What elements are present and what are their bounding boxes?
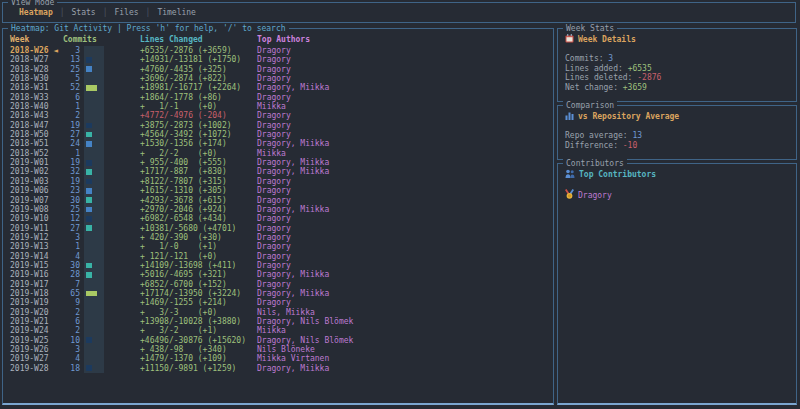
authors-cell: Dragory bbox=[257, 224, 291, 233]
heat-strip-cell bbox=[84, 65, 104, 74]
lines-changed-cell: +1479/-1370 (+109) bbox=[140, 354, 227, 363]
lines-changed-cell: +5016/-4695 (+321) bbox=[140, 270, 227, 279]
table-row[interactable]: 2019-W1012+6982/-6548 (+434)Dragory bbox=[3, 214, 553, 223]
table-row[interactable]: 2019-W131+ 1/-0 (+1)Dragory bbox=[3, 242, 553, 251]
table-row[interactable]: 2018-W2825+4760/-4435 (+325)Dragory bbox=[3, 65, 553, 74]
table-row[interactable]: 2019-W1628+5016/-4695 (+321)Dragory, Mii… bbox=[3, 270, 553, 279]
table-row[interactable]: 2018-W26 ◄3+6535/-2876 (+3659)Dragory bbox=[3, 46, 553, 55]
table-row[interactable]: 2019-W202+ 3/-3 (+0)Nils, Miikka bbox=[3, 308, 553, 317]
table-row[interactable]: 2019-W263+ 438/-98 (+340)Nils Blöneke bbox=[3, 345, 553, 354]
commits-cell: 23 bbox=[43, 186, 80, 195]
heat-strip-cell bbox=[84, 224, 104, 233]
tab-separator: │ bbox=[60, 8, 65, 17]
commits-cell: 65 bbox=[43, 289, 80, 298]
table-row[interactable]: 2019-W123+ 420/-390 (+30)Dragory bbox=[3, 233, 553, 242]
table-row[interactable]: 2019-W0730+4293/-3678 (+615)Dragory bbox=[3, 196, 553, 205]
table-row[interactable]: 2019-W0623+1615/-1310 (+305)Dragory bbox=[3, 186, 553, 195]
table-row[interactable]: 2019-W242+ 3/-2 (+1)Miikka bbox=[3, 326, 553, 335]
table-row[interactable]: 2018-W5027+4564/-3492 (+1072)Dragory bbox=[3, 130, 553, 139]
comparison-heading: vs Repository Average bbox=[565, 111, 796, 121]
commits-cell: 2 bbox=[43, 111, 80, 120]
table-row[interactable]: 2018-W4719+3875/-2873 (+1002)Dragory bbox=[3, 121, 553, 130]
table-row[interactable]: 2018-W3152+18981/-16717 (+2264)Dragory, … bbox=[3, 83, 553, 92]
table-row[interactable]: 2019-W0119+ 955/-400 (+555)Dragory, Miik… bbox=[3, 158, 553, 167]
table-row[interactable]: 2019-W144+ 121/-121 (+0)Dragory bbox=[3, 252, 553, 261]
contributor-item[interactable]: Dragory bbox=[565, 189, 796, 201]
lines-changed-cell: +6982/-6548 (+434) bbox=[140, 214, 227, 223]
table-row[interactable]: 2019-W1865+17174/-13950 (+3224)Dragory, … bbox=[3, 289, 553, 298]
table-row[interactable]: 2019-W199+1469/-1255 (+214)Dragory bbox=[3, 298, 553, 307]
authors-cell: Dragory, Miikka bbox=[257, 270, 329, 279]
table-row[interactable]: 2018-W521+ 2/-2 (+0)Miikka bbox=[3, 149, 553, 158]
commits-cell: 3 bbox=[43, 345, 80, 354]
table-row[interactable]: 2019-W177+6852/-6700 (+152)Dragory bbox=[3, 280, 553, 289]
table-row[interactable]: 2018-W305+3696/-2874 (+822)Dragory bbox=[3, 74, 553, 83]
commits-cell: 10 bbox=[43, 336, 80, 345]
tab-heatmap[interactable]: Heatmap bbox=[19, 8, 53, 17]
table-row[interactable]: 2019-W2818+11150/-9891 (+1259)Dragory, M… bbox=[3, 364, 553, 373]
commits-cell: 52 bbox=[43, 83, 80, 92]
commits-cell: 3 bbox=[43, 46, 80, 55]
commits-cell: 27 bbox=[43, 224, 80, 233]
heat-strip-cell bbox=[84, 186, 104, 195]
table-row[interactable]: 2018-W336+1864/-1778 (+86)Dragory bbox=[3, 93, 553, 102]
heat-strip-cell bbox=[84, 83, 104, 92]
lines-changed-cell: +13908/-10028 (+3880) bbox=[140, 317, 241, 326]
lines-changed-cell: +18981/-16717 (+2264) bbox=[140, 83, 241, 92]
commits-cell: 13 bbox=[43, 55, 80, 64]
table-row[interactable]: 2018-W2713+14931/-13181 (+1750)Dragory bbox=[3, 55, 553, 64]
lines-changed-cell: +6535/-2876 (+3659) bbox=[140, 46, 232, 55]
commits-cell: 7 bbox=[43, 280, 80, 289]
commits-cell: 4 bbox=[43, 252, 80, 261]
lines-changed-cell: +4293/-3678 (+615) bbox=[140, 196, 227, 205]
lines-changed-cell: + 438/-98 (+340) bbox=[140, 345, 227, 354]
commits-cell: 1 bbox=[43, 149, 80, 158]
heat-strip-cell bbox=[84, 158, 104, 167]
contributors-panel: Contributors Top Contributors Dragory bbox=[557, 163, 797, 405]
comparison-panel-title: Comparison bbox=[563, 101, 617, 110]
heat-square bbox=[86, 85, 97, 91]
table-row[interactable]: 2018-W401+ 1/-1 (+0)Miikka bbox=[3, 102, 553, 111]
table-row[interactable]: 2019-W216+13908/-10028 (+3880)Dragory, N… bbox=[3, 317, 553, 326]
table-row[interactable]: 2019-W0319+8122/-7807 (+315)Dragory bbox=[3, 177, 553, 186]
authors-cell: Dragory bbox=[257, 261, 291, 270]
heat-square bbox=[86, 179, 92, 185]
heat-square bbox=[86, 160, 92, 166]
heat-strip-cell bbox=[84, 102, 104, 111]
table-row[interactable]: 2019-W1127+10381/-5680 (+4701)Dragory bbox=[3, 224, 553, 233]
column-header-lines: Lines Changed bbox=[140, 35, 203, 44]
table-row[interactable]: 2019-W274+1479/-1370 (+109)Miikka Virtan… bbox=[3, 354, 553, 363]
heat-square bbox=[86, 291, 97, 297]
commits-cell: 6 bbox=[43, 317, 80, 326]
tab-stats[interactable]: Stats bbox=[72, 8, 96, 17]
authors-cell: Dragory bbox=[257, 46, 291, 55]
table-row[interactable]: 2018-W432+4772/-4976 (-204)Dragory bbox=[3, 111, 553, 120]
lines-changed-cell: +3875/-2873 (+1002) bbox=[140, 121, 232, 130]
tab-timeline[interactable]: Timeline bbox=[157, 8, 196, 17]
heat-strip-cell bbox=[84, 214, 104, 223]
authors-cell: Dragory, Miikka bbox=[257, 167, 329, 176]
heat-strip-cell bbox=[84, 270, 104, 279]
table-row[interactable]: 2019-W0232+1717/-887 (+830)Dragory, Miik… bbox=[3, 167, 553, 176]
heat-strip-cell bbox=[84, 317, 104, 326]
commits-cell: 5 bbox=[43, 74, 80, 83]
commits-cell: 12 bbox=[43, 214, 80, 223]
table-row[interactable]: 2019-W2510+46496/-30876 (+15620)Dragory,… bbox=[3, 336, 553, 345]
heat-strip-cell bbox=[84, 196, 104, 205]
commits-cell: 2 bbox=[43, 326, 80, 335]
calendar-icon bbox=[565, 34, 574, 43]
table-row[interactable]: 2019-W0825+2970/-2046 (+924)Dragory, Mii… bbox=[3, 205, 553, 214]
authors-cell: Dragory, Nils Blömek bbox=[257, 336, 353, 345]
tab-files[interactable]: Files bbox=[114, 8, 138, 17]
lines-changed-cell: +4760/-4435 (+325) bbox=[140, 65, 227, 74]
heat-strip-cell bbox=[84, 205, 104, 214]
column-header-authors: Top Authors bbox=[257, 35, 310, 44]
comparison-panel: Comparison vs Repository Average Repo av… bbox=[557, 105, 797, 160]
heat-strip-cell bbox=[84, 242, 104, 251]
table-row[interactable]: 2018-W5124+1530/-1356 (+174)Dragory, Mii… bbox=[3, 139, 553, 148]
table-row[interactable]: 2019-W1530+14109/-13698 (+411)Dragory bbox=[3, 261, 553, 270]
commits-cell: 25 bbox=[43, 65, 80, 74]
heat-strip-cell bbox=[84, 74, 104, 83]
top-contributors-heading: Top Contributors bbox=[565, 169, 796, 179]
heat-strip-cell bbox=[84, 336, 104, 345]
